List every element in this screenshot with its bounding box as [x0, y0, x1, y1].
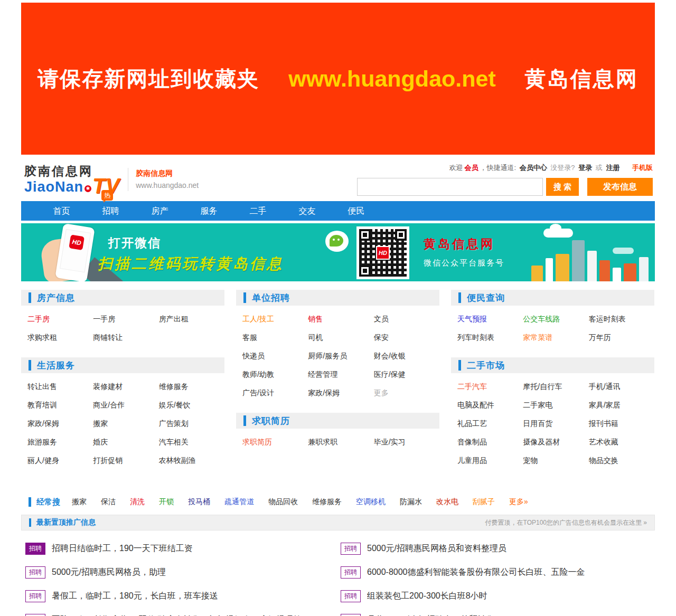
category-link[interactable]: 毕业/实习 [374, 438, 439, 447]
register-link[interactable]: 注册 [606, 164, 619, 172]
hot-search-link[interactable]: 维修服务 [312, 497, 342, 507]
category-link[interactable]: 天气预报 [457, 315, 523, 324]
top-promo-bar: 最新置顶推广信息 付费置顶，在TOP100您的广告信息也有机会显示在这里 » [21, 515, 655, 530]
category-link[interactable]: 经营管理 [308, 370, 373, 380]
nav-item[interactable]: 招聘 [86, 201, 135, 221]
category-link[interactable]: 家政/保姆 [308, 388, 373, 398]
category-link[interactable]: 求购求租 [27, 333, 93, 343]
category-link[interactable]: 更多 [374, 388, 439, 398]
category-link[interactable]: 电脑及配件 [457, 401, 523, 410]
category-link[interactable]: 文员 [374, 315, 439, 324]
hot-search-link[interactable]: 更多» [509, 497, 528, 507]
category-link[interactable]: 宠物 [523, 456, 588, 466]
category-link[interactable]: 兼职求职 [308, 438, 373, 447]
hot-search-link[interactable]: 搬家 [72, 497, 87, 507]
nav-item[interactable]: 首页 [37, 201, 86, 221]
category-link[interactable]: 摄像及器材 [523, 438, 588, 447]
category-link[interactable]: 礼品工艺 [457, 419, 523, 429]
category-link[interactable]: 装修建材 [93, 382, 158, 392]
category-link[interactable]: 婚庆 [93, 438, 158, 447]
category-link[interactable]: 艺术收藏 [589, 438, 654, 447]
nav-item[interactable]: 二手 [233, 201, 283, 221]
nav-item[interactable]: 交友 [283, 201, 332, 221]
hot-search-link[interactable]: 防漏水 [400, 497, 422, 507]
category-link[interactable]: 医疗/保健 [374, 370, 439, 380]
nav-item[interactable]: 房产 [135, 201, 184, 221]
listing-title-link[interactable]: 暑假工，临时工，180元，长白班，班车接送 [52, 591, 218, 602]
category-link[interactable]: 农林牧副渔 [159, 456, 224, 466]
accent-bar-icon [29, 360, 31, 371]
category-link[interactable]: 财会/收银 [374, 352, 439, 361]
category-link[interactable]: 一手房 [93, 315, 158, 324]
hot-search-link[interactable]: 疏通管道 [224, 497, 254, 507]
accent-bar-icon [243, 415, 246, 426]
category-link[interactable]: 教师/幼教 [242, 370, 308, 380]
category-link[interactable]: 手机/通讯 [589, 382, 654, 392]
category-link[interactable]: 快递员 [242, 352, 308, 361]
listing-title-link[interactable]: 组装装包工200-300长白班8小时 [367, 591, 487, 602]
category-link[interactable]: 摩托/自行车 [523, 382, 588, 392]
category-link[interactable]: 旅游服务 [27, 438, 93, 447]
category-link[interactable]: 转让出售 [27, 382, 93, 392]
listing-title-link[interactable]: 招聘日结临时工，190一天下班结工资 [52, 543, 193, 554]
category-link[interactable]: 家常菜谱 [523, 333, 588, 343]
category-link[interactable]: 报刊书籍 [589, 419, 654, 429]
hot-search-link[interactable]: 开锁 [159, 497, 174, 507]
category-link[interactable]: 商铺转让 [93, 333, 158, 343]
hot-search-link[interactable]: 空调移机 [356, 497, 386, 507]
category-link[interactable]: 求职简历 [242, 438, 308, 447]
category-link[interactable]: 搬家 [93, 419, 158, 429]
category-link[interactable]: 娱乐/餐饮 [159, 401, 224, 410]
category-link[interactable]: 家政/保姆 [27, 419, 93, 429]
category-link[interactable]: 公交车线路 [523, 315, 588, 324]
category-link[interactable]: 二手家电 [523, 401, 588, 410]
qr-center-logo: HD [376, 246, 390, 260]
category-link[interactable]: 万年历 [589, 333, 654, 343]
member-center-link[interactable]: 会员中心 [520, 164, 547, 172]
publish-info-button[interactable]: 发布信息 [587, 178, 653, 196]
nav-item[interactable]: 服务 [184, 201, 233, 221]
category-link[interactable]: 商业/合作 [93, 401, 158, 410]
accent-bar-icon [29, 292, 31, 303]
category-link[interactable]: 二手汽车 [457, 382, 523, 392]
category-link[interactable]: 工人/技工 [242, 315, 308, 324]
category-link[interactable]: 物品交换 [589, 456, 654, 466]
listing-title-link[interactable]: 5000元/招聘惠民网格员和资料整理员 [367, 543, 506, 554]
hot-search-link[interactable]: 物品回收 [268, 497, 298, 507]
category-link[interactable]: 销售 [308, 315, 373, 324]
search-button[interactable]: 搜 索 [546, 178, 579, 196]
category-link[interactable]: 房产出租 [159, 315, 224, 324]
category-link[interactable]: 广告策划 [159, 419, 224, 429]
category-link[interactable]: 客运时刻表 [589, 315, 654, 324]
mobile-version-link[interactable]: 手机版 [632, 164, 653, 172]
category-link[interactable]: 教育培训 [27, 401, 93, 410]
listing-row: 招聘5000元/招聘惠民网格员，助理 [25, 561, 335, 584]
listing-title-link[interactable]: 6000-8000德盛利智能装备股份有限公司长白班、五险一金 [367, 567, 585, 578]
category-link[interactable]: 家具/家居 [589, 401, 654, 410]
category-link[interactable]: 维修服务 [159, 382, 224, 392]
category-link[interactable]: 厨师/服务员 [308, 352, 373, 361]
login-link[interactable]: 登录 [578, 164, 592, 172]
category-link[interactable]: 客服 [242, 333, 308, 343]
category-link[interactable]: 汽车相关 [159, 438, 224, 447]
hot-search-link[interactable]: 投马桶 [188, 497, 210, 507]
category-link[interactable]: 列车时刻表 [457, 333, 523, 343]
category-link[interactable]: 广告/设计 [242, 388, 308, 398]
hot-search-link[interactable]: 清洗 [130, 497, 145, 507]
category-link[interactable]: 丽人/健身 [27, 456, 93, 466]
category-link[interactable]: 音像制品 [457, 438, 523, 447]
category-link[interactable]: 二手房 [27, 315, 93, 324]
nav-item[interactable]: 便民 [332, 201, 381, 221]
category-link[interactable]: 日用百货 [523, 419, 588, 429]
hot-search-link[interactable]: 保洁 [101, 497, 116, 507]
category-link[interactable]: 儿童用品 [457, 456, 523, 466]
search-input[interactable] [357, 178, 543, 196]
category-link[interactable]: 保安 [374, 333, 439, 343]
hot-search-link[interactable]: 改水电 [436, 497, 458, 507]
section-header: 房产信息 [21, 290, 224, 306]
hot-search-link[interactable]: 刮腻子 [473, 497, 495, 507]
category-link[interactable]: 司机 [308, 333, 373, 343]
category-link[interactable]: 打折促销 [93, 456, 158, 466]
section-bianmin: 便民查询 天气预报公交车线路客运时刻表列车时刻表家常菜谱万年历 [451, 290, 654, 351]
listing-title-link[interactable]: 5000元/招聘惠民网格员，助理 [52, 567, 166, 578]
